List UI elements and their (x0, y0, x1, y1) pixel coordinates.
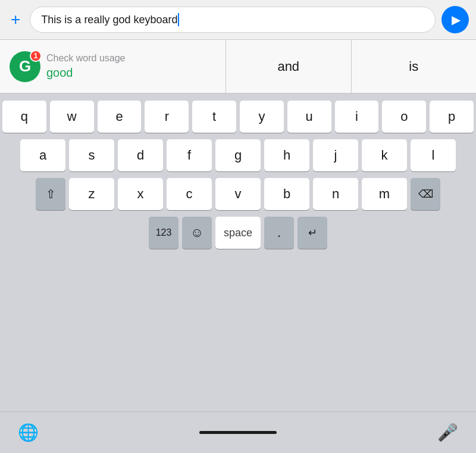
add-button[interactable]: + (7, 10, 24, 29)
key-w[interactable]: w (50, 101, 94, 133)
key-row-2: a s d f g h j k l (2, 139, 474, 171)
key-o[interactable]: o (382, 101, 426, 133)
key-row-1: q w e r t y u i o p (2, 101, 474, 133)
key-row-3: ⇧ z x c v b n m ⌫ (2, 178, 474, 210)
suggestion-bar: G 1 Check word usage good and is (0, 40, 476, 93)
grammarly-icon: G 1 (10, 51, 40, 82)
key-y[interactable]: y (240, 101, 284, 133)
top-bar: + This is a really god keyboard ▶ (0, 0, 476, 40)
home-indicator (199, 431, 277, 434)
key-x[interactable]: x (118, 178, 163, 210)
key-a[interactable]: a (20, 139, 65, 171)
key-k[interactable]: k (362, 139, 407, 171)
key-h[interactable]: h (264, 139, 309, 171)
grammarly-suggestion[interactable]: G 1 Check word usage good (0, 40, 226, 93)
period-button[interactable]: . (264, 217, 294, 249)
key-q[interactable]: q (2, 101, 46, 133)
space-button[interactable]: space (215, 217, 261, 249)
cursor (178, 13, 179, 26)
send-icon: ▶ (452, 13, 461, 27)
delete-button[interactable]: ⌫ (411, 178, 440, 210)
key-s[interactable]: s (69, 139, 114, 171)
grammarly-badge: 1 (30, 50, 42, 62)
key-t[interactable]: t (192, 101, 236, 133)
key-e[interactable]: e (98, 101, 142, 133)
key-m[interactable]: m (362, 178, 407, 210)
key-r[interactable]: r (145, 101, 189, 133)
suggestion-word-is[interactable]: is (352, 40, 477, 93)
text-input[interactable]: This is a really god keyboard (30, 7, 436, 33)
keyboard: q w e r t y u i o p a s d f g h j k l ⇧ … (0, 93, 476, 411)
grammarly-g-letter: G (19, 57, 31, 76)
emoji-button[interactable]: ☺ (182, 217, 212, 249)
numbers-button[interactable]: 123 (149, 217, 178, 249)
key-row-4: 123 ☺ space . ↵ (2, 217, 474, 249)
suggestion-value: good (46, 66, 126, 80)
globe-icon[interactable]: 🌐 (18, 423, 39, 442)
key-i[interactable]: i (335, 101, 379, 133)
return-button[interactable]: ↵ (298, 217, 327, 249)
input-text: This is a really god keyboard (41, 14, 177, 26)
key-j[interactable]: j (313, 139, 358, 171)
microphone-icon[interactable]: 🎤 (437, 423, 458, 442)
suggestion-word-and[interactable]: and (226, 40, 352, 93)
key-f[interactable]: f (167, 139, 212, 171)
suggestion-text: Check word usage good (46, 53, 126, 80)
key-v[interactable]: v (215, 178, 261, 210)
key-d[interactable]: d (118, 139, 163, 171)
key-g[interactable]: g (215, 139, 261, 171)
key-b[interactable]: b (264, 178, 309, 210)
suggestion-label: Check word usage (46, 53, 126, 64)
key-l[interactable]: l (411, 139, 456, 171)
key-z[interactable]: z (69, 178, 114, 210)
key-u[interactable]: u (287, 101, 331, 133)
key-p[interactable]: p (430, 101, 474, 133)
key-c[interactable]: c (167, 178, 212, 210)
key-n[interactable]: n (313, 178, 358, 210)
send-button[interactable]: ▶ (441, 6, 469, 33)
shift-button[interactable]: ⇧ (36, 178, 65, 210)
bottom-bar: 🌐 🎤 (0, 411, 476, 453)
